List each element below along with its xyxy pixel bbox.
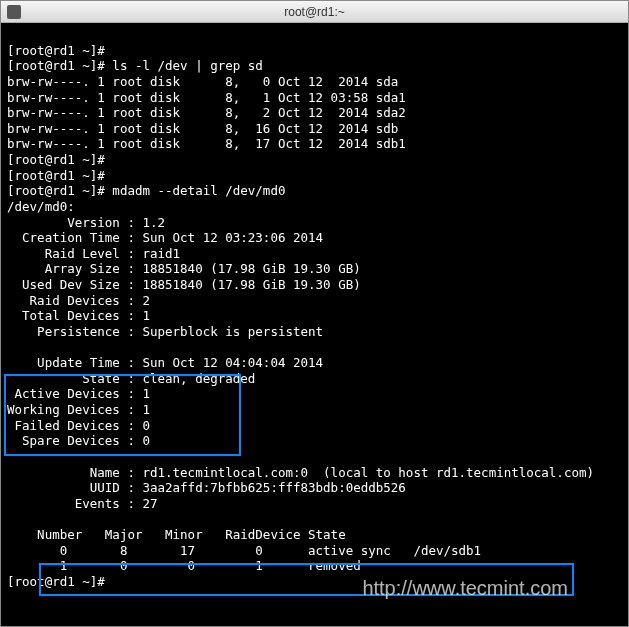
prompt-line: [root@rd1 ~]# xyxy=(7,43,105,58)
output-line: brw-rw----. 1 root disk 8, 16 Oct 12 201… xyxy=(7,121,398,136)
output-line: Failed Devices : 0 xyxy=(7,418,150,433)
terminal-window: root@rd1:~ [root@rd1 ~]# [root@rd1 ~]# l… xyxy=(0,0,629,627)
output-line: brw-rw----. 1 root disk 8, 0 Oct 12 2014… xyxy=(7,74,398,89)
command-line: [root@rd1 ~]# ls -l /dev | grep sd xyxy=(7,58,263,73)
watermark-text: http://www.tecmint.com xyxy=(362,576,568,601)
output-line: Used Dev Size : 18851840 (17.98 GiB 19.3… xyxy=(7,277,361,292)
output-line: 1 0 0 1 removed xyxy=(7,558,361,573)
output-line: Raid Level : raid1 xyxy=(7,246,180,261)
output-line: Array Size : 18851840 (17.98 GiB 19.30 G… xyxy=(7,261,361,276)
output-line: UUID : 3aa2affd:7bfbb625:fff83bdb:0eddb5… xyxy=(7,480,406,495)
output-line: Persistence : Superblock is persistent xyxy=(7,324,323,339)
prompt-line: [root@rd1 ~]# xyxy=(7,152,105,167)
prompt-line: [root@rd1 ~]# xyxy=(7,168,105,183)
output-line: Creation Time : Sun Oct 12 03:23:06 2014 xyxy=(7,230,323,245)
output-line: Name : rd1.tecmintlocal.com:0 (local to … xyxy=(7,465,594,480)
output-line: Update Time : Sun Oct 12 04:04:04 2014 xyxy=(7,355,323,370)
output-line: 0 8 17 0 active sync /dev/sdb1 xyxy=(7,543,481,558)
prompt-line: [root@rd1 ~]# xyxy=(7,574,112,589)
output-line: brw-rw----. 1 root disk 8, 1 Oct 12 03:5… xyxy=(7,90,406,105)
command-line: [root@rd1 ~]# mdadm --detail /dev/md0 xyxy=(7,183,285,198)
output-line: Number Major Minor RaidDevice State xyxy=(7,527,346,542)
app-icon xyxy=(7,5,21,19)
titlebar[interactable]: root@rd1:~ xyxy=(1,1,628,23)
terminal-body[interactable]: [root@rd1 ~]# [root@rd1 ~]# ls -l /dev |… xyxy=(1,23,628,626)
output-line: Total Devices : 1 xyxy=(7,308,150,323)
output-line: /dev/md0: xyxy=(7,199,75,214)
output-line: Raid Devices : 2 xyxy=(7,293,150,308)
output-line: Events : 27 xyxy=(7,496,158,511)
output-line: brw-rw----. 1 root disk 8, 2 Oct 12 2014… xyxy=(7,105,406,120)
output-line: brw-rw----. 1 root disk 8, 17 Oct 12 201… xyxy=(7,136,406,151)
output-line: Active Devices : 1 xyxy=(7,386,150,401)
output-line: State : clean, degraded xyxy=(7,371,263,386)
output-line: Spare Devices : 0 xyxy=(7,433,150,448)
output-line: Working Devices : 1 xyxy=(7,402,150,417)
output-line: Version : 1.2 xyxy=(7,215,165,230)
window-title: root@rd1:~ xyxy=(284,5,345,19)
